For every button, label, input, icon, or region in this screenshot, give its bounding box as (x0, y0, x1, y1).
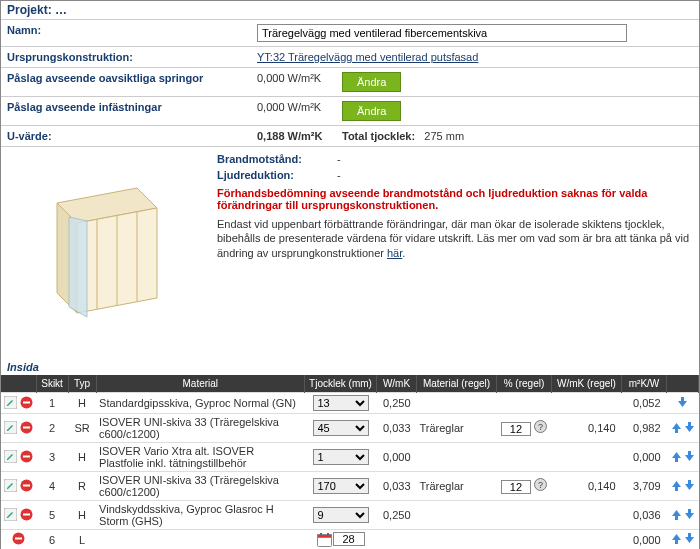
cell-materialregel (417, 443, 497, 472)
delete-icon[interactable] (12, 535, 25, 547)
svg-rect-9 (23, 401, 30, 403)
delete-icon[interactable] (20, 453, 33, 465)
cell-wmkregel (552, 501, 622, 530)
cell-wmk: 0,000 (377, 443, 417, 472)
insida-label: Insida (1, 359, 699, 375)
delete-icon[interactable] (20, 482, 33, 494)
cell-m2kw: 0,036 (622, 501, 667, 530)
andra-infast-button[interactable]: Ändra (342, 101, 401, 121)
move-up-icon[interactable] (670, 482, 683, 494)
move-down-icon[interactable] (683, 535, 696, 547)
move-up-icon[interactable] (670, 535, 683, 547)
table-row: 5HVindskyddsskiva, Gyproc Glasroc H Stor… (1, 501, 699, 530)
move-down-icon[interactable] (683, 482, 696, 494)
svg-rect-25 (23, 513, 30, 515)
uvarde-value: 0,188 W/m²K (257, 130, 322, 142)
cell-materialregel (417, 530, 497, 550)
delete-icon[interactable] (20, 424, 33, 436)
svg-rect-20 (23, 484, 30, 486)
name-label: Namn: (1, 20, 251, 47)
cell-skikt: 2 (36, 414, 68, 443)
tjocklek-select[interactable]: 1 (313, 449, 369, 465)
tjocklek-select[interactable]: 170 (313, 478, 369, 494)
move-down-icon[interactable] (683, 511, 696, 523)
pct-input[interactable] (501, 422, 531, 436)
main-panel: Projekt: … Namn: Ursprungskonstruktion: … (0, 0, 700, 549)
warning-text: Förhandsbedömning avseende brandmotstånd… (217, 187, 693, 211)
cell-material: ISOVER UNI-skiva 33 (Träregelskiva c600/… (96, 414, 304, 443)
cell-material: Vindskyddsskiva, Gyproc Glasroc H Storm … (96, 501, 304, 530)
col-pctregel: % (regel) (497, 375, 552, 393)
delete-icon[interactable] (20, 511, 33, 523)
table-row: 4RISOVER UNI-skiva 33 (Träregelskiva c60… (1, 472, 699, 501)
edit-icon[interactable] (4, 399, 17, 411)
cell-wmkregel (552, 530, 622, 550)
info-block: Brandmotstånd:- Ljudreduktion:- Förhands… (1, 146, 699, 359)
col-tjocklek: Tjocklek (mm) (305, 375, 377, 393)
delete-icon[interactable] (20, 399, 33, 411)
cell-wmk: 0,250 (377, 501, 417, 530)
svg-rect-30 (320, 533, 322, 536)
svg-rect-17 (23, 455, 30, 457)
table-row: 6L0,000 (1, 530, 699, 550)
tjocklek-select[interactable]: 13 (313, 395, 369, 411)
edit-icon[interactable] (4, 453, 17, 465)
paslag-infast-value: 0,000 W/m²K (251, 97, 336, 126)
col-material: Material (96, 375, 304, 393)
total-tjocklek-value: 275 mm (424, 130, 464, 142)
cell-m2kw: 0,000 (622, 443, 667, 472)
col-skikt: Skikt (36, 375, 68, 393)
tjocklek-select[interactable]: 45 (313, 420, 369, 436)
cell-m2kw: 3,709 (622, 472, 667, 501)
edit-icon[interactable] (4, 424, 17, 436)
brand-label: Brandmotstånd: (217, 153, 337, 165)
ljud-value: - (337, 169, 341, 181)
move-down-icon[interactable] (683, 453, 696, 465)
svg-rect-31 (327, 533, 329, 536)
paslag-springor-label: Påslag avseende oavsiktliga springor (1, 68, 251, 97)
col-m2kw: m²K/W (622, 375, 667, 393)
cell-wmkregel (552, 393, 622, 414)
cell-skikt: 5 (36, 501, 68, 530)
name-input[interactable] (257, 24, 627, 42)
layers-header-row: Skikt Typ Material Tjocklek (mm) W/mK Ma… (1, 375, 699, 393)
cell-typ: H (68, 393, 96, 414)
help-icon[interactable]: ? (534, 481, 547, 493)
project-title: Projekt: … (1, 1, 699, 19)
pct-input[interactable] (501, 480, 531, 494)
paslag-infast-label: Påslag avseende infästningar (1, 97, 251, 126)
move-down-icon[interactable] (676, 399, 689, 411)
andra-springor-button[interactable]: Ändra (342, 72, 401, 92)
help-icon[interactable]: ? (534, 423, 547, 435)
info-link-har[interactable]: här (387, 247, 402, 259)
origin-label: Ursprungskonstruktion: (1, 47, 251, 68)
move-up-icon[interactable] (670, 424, 683, 436)
svg-text:?: ? (538, 422, 543, 432)
cell-m2kw: 0,052 (622, 393, 667, 414)
move-down-icon[interactable] (683, 424, 696, 436)
col-wmkregel: W/mK (regel) (552, 375, 622, 393)
col-wmk: W/mK (377, 375, 417, 393)
layers-table: Skikt Typ Material Tjocklek (mm) W/mK Ma… (1, 375, 699, 549)
edit-icon[interactable] (4, 511, 17, 523)
move-up-icon[interactable] (670, 511, 683, 523)
uvarde-label: U-värde: (1, 126, 251, 147)
form-table: Namn: Ursprungskonstruktion: YT:32 Träre… (1, 19, 699, 146)
svg-rect-27 (15, 538, 22, 540)
edit-icon[interactable] (4, 482, 17, 494)
table-row: 1HStandardgipsskiva, Gyproc Normal (GN)1… (1, 393, 699, 414)
cell-wmkregel: 0,140 (552, 472, 622, 501)
cell-wmkregel: 0,140 (552, 414, 622, 443)
cell-m2kw: 0,000 (622, 530, 667, 550)
table-row: 3HISOVER Vario Xtra alt. ISOVER Plastfol… (1, 443, 699, 472)
tjocklek-input[interactable] (333, 532, 365, 546)
origin-link[interactable]: YT:32 Träregelvägg med ventilerad putsfa… (257, 51, 478, 63)
col-materialregel: Material (regel) (417, 375, 497, 393)
calendar-icon[interactable] (317, 533, 333, 545)
move-up-icon[interactable] (670, 453, 683, 465)
svg-rect-12 (23, 426, 30, 428)
col-typ: Typ (68, 375, 96, 393)
cell-typ: R (68, 472, 96, 501)
info-description: Endast vid uppenbart förbättrande föränd… (217, 217, 693, 260)
tjocklek-select[interactable]: 9 (313, 507, 369, 523)
